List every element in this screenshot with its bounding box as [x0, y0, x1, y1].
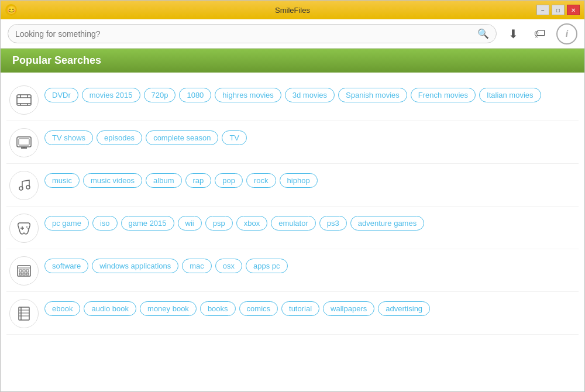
category-row-software: software windows applications mac osx ap…: [6, 249, 579, 292]
tag-dvdr[interactable]: DVDr: [44, 88, 78, 102]
tag-software[interactable]: software: [44, 259, 88, 273]
software-tags: software windows applications mac osx ap…: [44, 255, 288, 273]
music-icon: [9, 171, 39, 200]
tag-moneybook[interactable]: money book: [140, 301, 197, 316]
tag-emulator[interactable]: emulator: [271, 216, 316, 231]
window-controls: − □ ✕: [536, 5, 580, 15]
title-bar: 😊 SmileFiles − □ ✕: [1, 1, 584, 19]
tag-audiobook[interactable]: audio book: [84, 301, 136, 316]
tag-1080[interactable]: 1080: [179, 88, 211, 102]
svg-rect-22: [19, 273, 22, 275]
close-button[interactable]: ✕: [567, 5, 580, 15]
tag-movies2015[interactable]: movies 2015: [82, 88, 140, 102]
tag-episodes[interactable]: episodes: [97, 130, 142, 145]
svg-rect-19: [19, 270, 22, 272]
category-row-games: pc game iso game 2015 wii psp xbox emula…: [6, 207, 579, 249]
info-button[interactable]: i: [556, 23, 577, 44]
category-row-music: music music videos album rap pop rock hi…: [6, 164, 579, 207]
title-bar-left: 😊: [5, 4, 17, 16]
games-tags: pc game iso game 2015 wii psp xbox emula…: [44, 212, 424, 231]
tag-psp[interactable]: psp: [205, 216, 233, 231]
tag-adventuregames[interactable]: adventure games: [350, 216, 424, 231]
window-title: SmileFiles: [275, 6, 310, 15]
books-tags: ebook audio book money book books comics…: [44, 298, 430, 316]
search-input[interactable]: [15, 29, 477, 39]
tag-3dmovies[interactable]: 3d movies: [285, 88, 335, 102]
movies-icon: [9, 85, 39, 115]
software-icon: [9, 256, 39, 286]
search-icon[interactable]: 🔍: [477, 28, 489, 39]
tag-italian[interactable]: Italian movies: [479, 88, 541, 102]
tag-tutorial[interactable]: tutorial: [281, 301, 319, 316]
info-icon: i: [566, 29, 568, 39]
tag-musicvideos[interactable]: music videos: [83, 173, 142, 188]
tag-music[interactable]: music: [44, 173, 80, 188]
tag-books[interactable]: books: [200, 301, 236, 316]
shows-tags: TV shows episodes complete season TV: [44, 127, 247, 145]
content-area: DVDr movies 2015 720p 1080 highres movie…: [1, 73, 584, 391]
tag-game2015[interactable]: game 2015: [121, 216, 174, 231]
tag-advertising[interactable]: advertising: [378, 301, 430, 316]
books-icon: [9, 299, 39, 328]
svg-rect-25: [19, 307, 29, 320]
tag-tvshows[interactable]: TV shows: [44, 130, 93, 145]
tag-highres[interactable]: highres movies: [215, 88, 281, 102]
svg-point-16: [27, 228, 29, 229]
tag-album[interactable]: album: [146, 173, 181, 188]
svg-rect-21: [26, 270, 29, 272]
tag-windowsapps[interactable]: windows applications: [92, 259, 178, 273]
tag-ebook[interactable]: ebook: [44, 301, 80, 316]
category-row-shows: TV shows episodes complete season TV: [6, 121, 579, 164]
tag-button[interactable]: 🏷: [529, 23, 550, 44]
shows-icon: [9, 128, 39, 157]
tag-mac[interactable]: mac: [182, 259, 212, 273]
svg-point-15: [26, 226, 27, 228]
tag-completeseason[interactable]: complete season: [146, 130, 218, 145]
toolbar: 🔍 ⬇ 🏷 i: [1, 19, 584, 49]
tag-appspc[interactable]: apps pc: [246, 259, 288, 273]
movies-tags: DVDr movies 2015 720p 1080 highres movie…: [44, 84, 541, 102]
svg-rect-24: [26, 273, 29, 275]
app-icon: 😊: [5, 4, 17, 16]
search-box[interactable]: 🔍: [8, 24, 497, 43]
minimize-button[interactable]: −: [536, 5, 549, 15]
tag-wii[interactable]: wii: [178, 216, 202, 231]
tag-rock[interactable]: rock: [246, 173, 276, 188]
svg-rect-23: [23, 273, 25, 275]
download-button[interactable]: ⬇: [503, 23, 524, 44]
music-tags: music music videos album rap pop rock hi…: [44, 170, 318, 188]
tag-wallpapers[interactable]: wallpapers: [323, 301, 374, 316]
popular-searches-header: Popular Searches: [1, 49, 584, 73]
tag-osx[interactable]: osx: [215, 259, 242, 273]
tag-spanish[interactable]: Spanish movies: [338, 88, 407, 102]
tag-french[interactable]: French movies: [411, 88, 476, 102]
svg-rect-20: [23, 270, 25, 272]
category-row-books: ebook audio book money book books comics…: [6, 292, 579, 335]
tag-ps3[interactable]: ps3: [319, 216, 347, 231]
tag-hiphop[interactable]: hiphop: [280, 173, 318, 188]
tag-720p[interactable]: 720p: [144, 88, 176, 102]
tag-rap[interactable]: rap: [185, 173, 212, 188]
tag-tv[interactable]: TV: [222, 130, 247, 145]
tag-comics[interactable]: comics: [239, 301, 278, 316]
tag-pop[interactable]: pop: [215, 173, 243, 188]
main-window: 😊 SmileFiles − □ ✕ 🔍 ⬇ 🏷 i Popular Searc…: [0, 0, 585, 392]
games-icon: [9, 214, 39, 243]
tag-iso[interactable]: iso: [92, 216, 118, 231]
category-row-movies: DVDr movies 2015 720p 1080 highres movie…: [6, 78, 579, 121]
maximize-button[interactable]: □: [552, 5, 565, 15]
tag-pcgame[interactable]: pc game: [44, 216, 89, 231]
svg-rect-10: [19, 139, 29, 145]
tag-xbox[interactable]: xbox: [236, 216, 267, 231]
